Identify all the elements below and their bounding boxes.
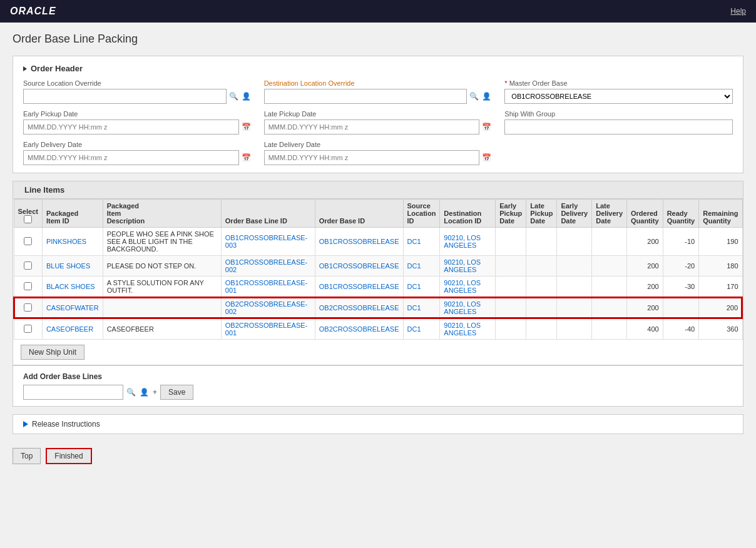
order-header-section-title: Order Header	[23, 64, 733, 73]
source-location-label: Source Location Override	[23, 79, 252, 87]
late-pickup-date-calendar-icon[interactable]: 📅	[481, 122, 492, 132]
late-pickup-date-column-header: LatePickupDate	[526, 200, 557, 228]
destination-location-input[interactable]	[264, 89, 467, 104]
order-base-line-id-link[interactable]: OB2CROSSOBRELEASE-001	[225, 322, 307, 337]
late-pickup-date-input-row: 📅	[264, 119, 493, 134]
late-delivery-date-input[interactable]	[264, 150, 480, 165]
table-row: PINKSHOES PEOPLE WHO SEE A PINK SHOE SEE…	[14, 228, 742, 256]
master-order-base-group: Master Order Base OB1CROSSOBRELEASE	[504, 79, 733, 104]
table-row: CASEOFBEER CASEOFBEER OB2CROSSOBRELEASE-…	[14, 318, 742, 340]
release-instructions-triangle-icon[interactable]	[23, 421, 28, 427]
order-base-id-link[interactable]: OB1CROSSOBRELEASE	[319, 262, 399, 270]
add-order-plus-icon[interactable]: +	[152, 387, 158, 397]
early-pickup-date-calendar-icon[interactable]: 📅	[241, 122, 252, 132]
top-button[interactable]: Top	[13, 448, 41, 464]
row-checkbox[interactable]	[24, 303, 32, 312]
add-order-base-lines-input[interactable]	[23, 385, 123, 400]
early-delivery-date-label: Early Delivery Date	[23, 141, 252, 148]
new-ship-btn-row: New Ship Unit	[13, 340, 743, 365]
late-delivery-date-group: Late Delivery Date 📅	[264, 141, 493, 165]
packaged-item-id-link[interactable]: CASEOFWATER	[46, 304, 99, 312]
bottom-bar: Top Finished	[13, 442, 743, 470]
new-ship-unit-button[interactable]: New Ship Unit	[21, 345, 84, 360]
early-delivery-date-group: Early Delivery Date 📅	[23, 141, 252, 165]
ship-with-group-label: Ship With Group	[504, 110, 733, 118]
late-delivery-date-calendar-icon[interactable]: 📅	[481, 153, 492, 163]
source-location-input[interactable]	[23, 89, 227, 104]
release-instructions-section: Release Instructions	[13, 414, 743, 434]
order-base-line-id-link[interactable]: OB1CROSSOBRELEASE-003	[225, 234, 307, 249]
source-location-id-link[interactable]: DC1	[407, 238, 421, 245]
packaged-item-id-link[interactable]: BLACK SHOES	[46, 283, 95, 290]
ship-with-group-group: Ship With Group	[504, 110, 733, 134]
order-base-id-link[interactable]: OB1CROSSOBRELEASE	[319, 238, 399, 245]
line-items-panel: Line Items Select PackagedItem ID Packag…	[13, 181, 743, 365]
finished-button[interactable]: Finished	[46, 448, 91, 464]
oracle-logo: ORACLE	[10, 6, 56, 17]
early-delivery-date-input[interactable]	[23, 150, 239, 165]
collapse-triangle-icon[interactable]	[23, 66, 27, 71]
destination-location-id-link[interactable]: 90210, LOS ANGELES	[444, 300, 481, 315]
line-items-body: Select PackagedItem ID PackagedItemDescr…	[13, 199, 743, 365]
destination-location-id-column-header: DestinationLocation ID	[440, 200, 496, 228]
early-pickup-date-input[interactable]	[23, 119, 239, 134]
line-items-header: Line Items	[13, 181, 743, 199]
row-checkbox[interactable]	[24, 325, 32, 333]
empty-group	[504, 141, 733, 165]
order-base-line-id-link[interactable]: OB2CROSSOBRELEASE-002	[225, 300, 307, 315]
line-items-table: Select PackagedItem ID PackagedItemDescr…	[13, 199, 743, 340]
destination-location-id-link[interactable]: 90210, LOS ANGELES	[444, 258, 481, 273]
destination-location-id-link[interactable]: 90210, LOS ANGELES	[444, 279, 481, 294]
packaged-item-id-link[interactable]: PINKSHOES	[46, 238, 86, 245]
order-base-id-link[interactable]: OB2CROSSOBRELEASE	[319, 325, 399, 333]
early-pickup-date-label: Early Pickup Date	[23, 110, 252, 118]
early-pickup-date-column-header: EarlyPickupDate	[496, 200, 526, 228]
master-order-base-select[interactable]: OB1CROSSOBRELEASE	[504, 89, 733, 104]
order-base-id-link[interactable]: OB2CROSSOBRELEASE	[319, 304, 399, 312]
add-order-base-lines-section: Add Order Base Lines 🔍 👤 + Save	[13, 365, 743, 407]
order-base-line-id-link[interactable]: OB1CROSSOBRELEASE-002	[225, 258, 307, 273]
destination-location-id-link[interactable]: 90210, LOS ANGELES	[444, 322, 481, 337]
add-order-person-icon[interactable]: 👤	[139, 387, 150, 397]
table-row: BLUE SHOES PLEASE DO NOT STEP ON. OB1CRO…	[14, 256, 742, 277]
destination-location-override-group: Destination Location Override 🔍 👤	[264, 79, 493, 104]
destination-location-label: Destination Location Override	[264, 79, 493, 87]
ship-with-group-input[interactable]	[504, 119, 733, 134]
order-base-line-id-link[interactable]: OB1CROSSOBRELEASE-001	[225, 279, 307, 294]
row-checkbox[interactable]	[24, 237, 32, 245]
late-delivery-date-label: Late Delivery Date	[264, 141, 493, 148]
select-all-checkbox[interactable]	[24, 215, 32, 223]
late-delivery-date-column-header: LateDeliveryDate	[592, 200, 627, 228]
destination-location-id-link[interactable]: 90210, LOS ANGELES	[444, 234, 481, 249]
packaged-item-id-link[interactable]: BLUE SHOES	[46, 262, 90, 270]
packaged-item-id-link[interactable]: CASEOFBEER	[46, 325, 93, 333]
source-location-person-icon[interactable]: 👤	[241, 91, 252, 101]
packaged-item-id-column-header: PackagedItem ID	[42, 200, 103, 228]
master-order-base-label: Master Order Base	[504, 79, 733, 87]
add-order-search-icon[interactable]: 🔍	[126, 387, 136, 397]
save-button[interactable]: Save	[160, 385, 193, 400]
page-title: Order Base Line Packing	[13, 33, 743, 46]
source-location-id-link[interactable]: DC1	[407, 283, 421, 290]
destination-location-input-row: 🔍 👤	[264, 89, 493, 104]
row-checkbox[interactable]	[24, 282, 32, 290]
source-location-id-link[interactable]: DC1	[407, 262, 421, 270]
order-header-form: Source Location Override 🔍 👤 Destination…	[23, 79, 733, 165]
source-location-input-row: 🔍 👤	[23, 89, 252, 104]
table-row: BLACK SHOES A STYLE SOLUTION FOR ANY OUT…	[14, 277, 742, 298]
row-checkbox[interactable]	[24, 261, 32, 270]
source-location-search-icon[interactable]: 🔍	[228, 91, 239, 101]
source-location-id-link[interactable]: DC1	[407, 325, 421, 333]
source-location-id-link[interactable]: DC1	[407, 304, 421, 312]
early-delivery-date-input-row: 📅	[23, 150, 252, 165]
order-base-id-link[interactable]: OB1CROSSOBRELEASE	[319, 283, 399, 290]
ordered-quantity-column-header: OrderedQuantity	[627, 200, 663, 228]
help-link[interactable]: Help	[730, 7, 746, 16]
late-pickup-date-input[interactable]	[264, 119, 480, 134]
order-base-line-id-column-header: Order Base Line ID	[221, 200, 315, 228]
source-location-id-column-header: SourceLocationID	[403, 200, 440, 228]
early-delivery-date-calendar-icon[interactable]: 📅	[241, 153, 252, 163]
destination-location-person-icon[interactable]: 👤	[481, 91, 492, 101]
select-column-header: Select	[14, 200, 42, 228]
destination-location-search-icon[interactable]: 🔍	[469, 91, 479, 101]
